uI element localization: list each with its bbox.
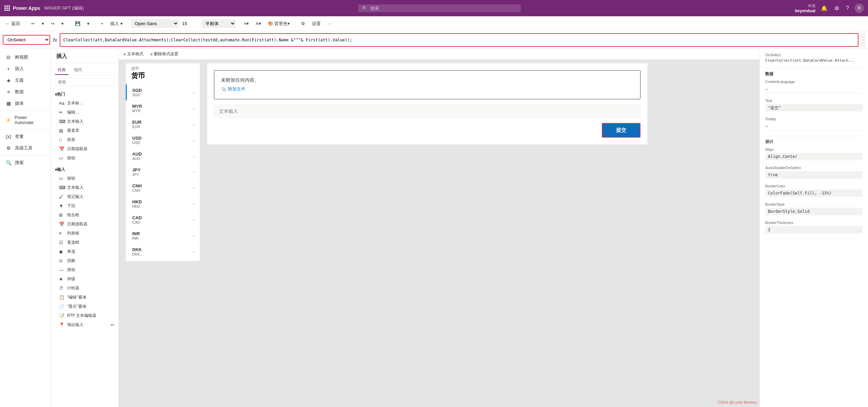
item-timer[interactable]: ⏱ 计时器 xyxy=(51,284,118,293)
sidebar-item-treeview[interactable]: ⊟ 树视图 xyxy=(0,52,51,63)
search-input[interactable] xyxy=(370,6,517,11)
address-icon: 📍 xyxy=(59,322,64,327)
item-date-picker-hot[interactable]: 📅 日期选取器 xyxy=(51,144,118,154)
clear-format-button[interactable]: ≡ 删除格式设置 xyxy=(148,50,180,58)
currency-item-inr[interactable]: INR INR › xyxy=(126,228,200,244)
property-select[interactable]: OnSelect xyxy=(3,35,50,45)
item-button[interactable]: ▭ 按钮 xyxy=(51,174,118,183)
redo-dropdown-button[interactable]: ▾ xyxy=(59,20,66,27)
tab-modern[interactable]: 现代 xyxy=(71,66,85,75)
settings-label-button[interactable]: 设置 xyxy=(309,19,323,28)
item-listbox[interactable]: ≡ 列表框 xyxy=(51,229,118,238)
item-address-input[interactable]: 📍 地址输入 🏷 xyxy=(51,320,118,329)
user-avatar[interactable]: B xyxy=(854,3,864,13)
text-color-button[interactable]: A▾ xyxy=(253,20,264,27)
sidebar-search-label: 搜索 xyxy=(15,160,24,166)
border-style-input[interactable] xyxy=(765,208,863,215)
border-color-input[interactable] xyxy=(765,189,863,197)
align-button[interactable]: ≡▾ xyxy=(241,20,252,27)
align-input[interactable] xyxy=(765,153,863,160)
back-button[interactable]: ← 返回 xyxy=(3,19,23,28)
sidebar-item-insert[interactable]: + 插入 xyxy=(0,63,51,75)
add-button[interactable]: + xyxy=(98,20,106,27)
item-checkbox[interactable]: ☑ 复选框 xyxy=(51,238,118,247)
text-input-field[interactable] xyxy=(214,105,640,118)
undo-dropdown-button[interactable]: ▾ xyxy=(39,20,47,27)
notifications-button[interactable]: 🔔 xyxy=(820,4,829,13)
item-button-hot[interactable]: ▭ 按钮 xyxy=(51,154,118,163)
hkd-chevron-icon: › xyxy=(193,202,194,206)
currency-item-dkk[interactable]: DKK DKK... › xyxy=(126,244,200,260)
auto-disable-input[interactable] xyxy=(765,171,863,179)
sidebar-item-power-automate[interactable]: ⚡ Power Automate xyxy=(0,112,51,128)
panel-search-input[interactable] xyxy=(55,78,114,86)
format-text-button[interactable]: ≡ 文本格式 xyxy=(121,50,145,58)
panel-tabs: 经典 现代 xyxy=(51,63,118,75)
currency-item-jpy[interactable]: JPY JPY › xyxy=(126,164,200,180)
content-language-input[interactable] xyxy=(765,85,863,93)
section-input-header[interactable]: ▾ 输入 xyxy=(51,165,118,174)
currency-item-sgd[interactable]: SGD SGD › xyxy=(126,84,200,100)
app-grid-icon[interactable] xyxy=(4,5,10,11)
clear-format-label: 删除格式设置 xyxy=(154,51,178,57)
redo-button[interactable]: ↪ xyxy=(48,20,57,27)
item-text-input[interactable]: ⌨ 文本输入 xyxy=(51,117,118,126)
section-hot: ▾ 热门 Aa 文本标... ✏ 编辑... ⌨ 文本输入 ▤ 垂直库 xyxy=(51,89,118,164)
currency-item-eur[interactable]: EUR EUR › xyxy=(126,116,200,132)
item-text-label[interactable]: Aa 文本标... xyxy=(51,99,118,108)
font-select[interactable]: Open Sans xyxy=(131,19,179,28)
item-edit[interactable]: ✏ 编辑... xyxy=(51,108,118,117)
item-rtf-editor[interactable]: 📝 RTF 文本编辑器 xyxy=(51,311,118,320)
settings-button[interactable]: ⚙ xyxy=(833,4,841,13)
gear-button[interactable]: ⚙ xyxy=(298,20,308,27)
currency-item-aud[interactable]: AUD AUD › xyxy=(126,148,200,164)
tab-classic[interactable]: 经典 xyxy=(55,66,68,75)
tooltip-input[interactable] xyxy=(765,122,863,130)
bg-color-button[interactable]: 插入 🎨 背景色▾ xyxy=(265,19,293,28)
sidebar-item-variables[interactable]: (x) 变量 xyxy=(0,131,51,142)
item-rating[interactable]: ★ 评级 xyxy=(51,274,118,284)
item-rectangle[interactable]: □ 矩形 xyxy=(51,135,118,144)
section-hot-header[interactable]: ▾ 热门 xyxy=(51,90,118,99)
currency-item-cad[interactable]: CAD CAD › xyxy=(126,212,200,228)
currency-list: SGD SGD › MYR MYR › EUR xyxy=(126,83,200,261)
insert-button[interactable]: 插入 ▾ xyxy=(107,19,125,28)
font-weight-select[interactable]: 半粗体 xyxy=(202,19,236,28)
sidebar-item-advanced[interactable]: ⚙ 高级工具 xyxy=(0,142,51,154)
item-dropdown[interactable]: ▼ 下拉 xyxy=(51,201,118,210)
item-toggle[interactable]: ⊙ 切换 xyxy=(51,256,118,265)
help-button[interactable]: ? xyxy=(845,4,850,13)
border-thickness-input[interactable] xyxy=(765,226,863,233)
item-slider[interactable]: — 滑块 xyxy=(51,265,118,274)
submit-button[interactable]: 提交 xyxy=(602,123,640,138)
item-vertical-gallery[interactable]: ▤ 垂直库 xyxy=(51,126,118,135)
item-combobox[interactable]: ⊞ 组合框 xyxy=(51,210,118,220)
sidebar-item-theme[interactable]: ◈ 主题 xyxy=(0,75,51,86)
sidebar-item-media[interactable]: ▦ 媒体 xyxy=(0,98,51,109)
item-pen-input[interactable]: 🖊 笔记输入 xyxy=(51,192,118,201)
text-prop-input[interactable] xyxy=(765,104,863,111)
undo-button[interactable]: ↩ xyxy=(28,20,38,27)
currency-item-myr[interactable]: MYR MYR › xyxy=(126,100,200,116)
gallery-icon: ▤ xyxy=(59,128,64,133)
item-date-picker[interactable]: 📅 日期选取器 xyxy=(51,220,118,229)
usd-chevron-icon: › xyxy=(193,138,194,142)
more-button[interactable]: ··· xyxy=(325,20,334,27)
item-text-input-2[interactable]: ⌨ 文本输入 xyxy=(51,183,118,192)
item-display-form[interactable]: 📄 "显示"窗体 xyxy=(51,302,118,311)
sidebar-item-search[interactable]: 🔍 搜索 xyxy=(0,157,51,168)
formula-input[interactable] xyxy=(60,33,859,47)
currency-item-hkd[interactable]: HKD HKD › xyxy=(126,196,200,212)
currency-item-usd[interactable]: USD USD › xyxy=(126,132,200,148)
sidebar-item-data[interactable]: ≡ 数据 xyxy=(0,86,51,98)
usd-code: USD xyxy=(132,136,141,141)
item-radio[interactable]: ◉ 单选 xyxy=(51,247,118,256)
form-panel: 未附加任何内容。 📎 附加文件 提交 xyxy=(207,63,648,145)
save-dropdown-button[interactable]: ▾ xyxy=(84,20,92,27)
item-edit-form[interactable]: 📋 "编辑"窗体 xyxy=(51,293,118,302)
font-size-input[interactable] xyxy=(180,20,200,27)
currency-item-cnh[interactable]: CNH CNH › xyxy=(126,180,200,196)
attach-file-link[interactable]: 📎 附加文件 xyxy=(221,86,633,92)
save-button[interactable]: 💾 xyxy=(72,20,83,27)
svg-rect-5 xyxy=(8,7,10,9)
